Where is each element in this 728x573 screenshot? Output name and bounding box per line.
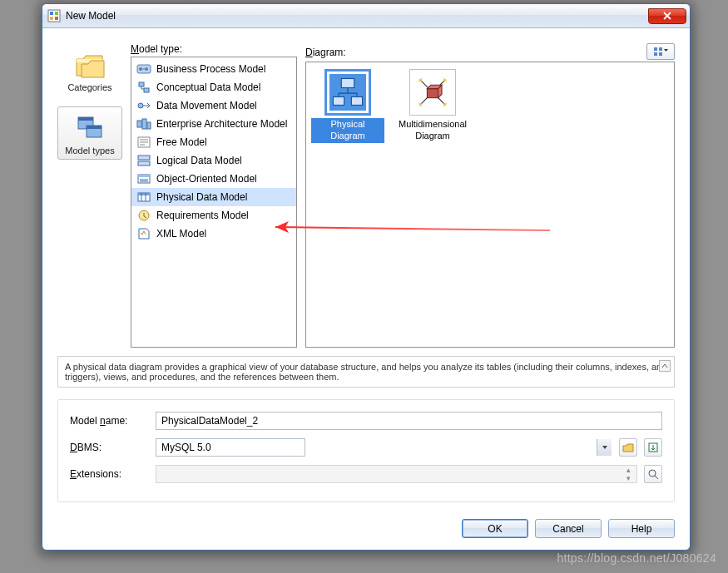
cancel-button[interactable]: Cancel [535, 519, 602, 538]
new-model-dialog: New Model [42, 3, 691, 551]
collapse-description-button[interactable] [659, 360, 671, 372]
model-type-text: Logical Data Model [156, 155, 242, 166]
chevron-down-icon[interactable] [597, 439, 612, 456]
model-type-item[interactable]: Requirements Model [131, 206, 296, 225]
svg-rect-1 [50, 12, 53, 15]
diagram-pane: Physical Diagram [305, 62, 675, 348]
models-icon [73, 112, 106, 144]
model-type-icon [136, 227, 151, 240]
svg-rect-15 [137, 121, 141, 127]
folder-icon [73, 49, 106, 81]
model-type-item[interactable]: Business Process Model [131, 60, 296, 78]
svg-rect-8 [87, 126, 102, 129]
model-type-item[interactable]: Physical Data Model [131, 188, 296, 206]
model-type-icon [136, 154, 151, 167]
model-type-text: Requirements Model [156, 210, 249, 221]
ok-button[interactable]: OK [462, 519, 528, 538]
model-name-input[interactable] [156, 412, 662, 430]
svg-rect-29 [659, 52, 662, 56]
help-button[interactable]: Help [608, 519, 675, 538]
svg-rect-2 [55, 12, 58, 15]
watermark: https://blog.csdn.net/J080624 [557, 551, 716, 565]
svg-point-10 [139, 67, 142, 71]
sidebar-item-categories[interactable]: Categories [57, 43, 122, 96]
svg-rect-28 [654, 52, 657, 56]
client-area: Categories Model types [42, 28, 690, 550]
title-bar[interactable]: New Model [42, 4, 690, 28]
svg-rect-22 [138, 175, 150, 177]
model-type-text: Free Model [156, 136, 207, 148]
svg-rect-27 [659, 47, 662, 51]
description-box: A physical data diagram provides a graph… [57, 356, 675, 388]
svg-rect-12 [139, 82, 144, 86]
extensions-field[interactable]: ▴▾ [156, 465, 637, 483]
svg-rect-20 [138, 161, 150, 165]
mode-sidebar: Categories Model types [57, 43, 122, 348]
model-type-item[interactable]: Logical Data Model [131, 151, 296, 170]
extensions-stepper[interactable]: ▴▾ [623, 466, 636, 482]
view-switch-button[interactable] [646, 43, 675, 60]
dbms-label: DBMS: [70, 442, 149, 453]
app-icon [47, 9, 61, 22]
extensions-label: Extensions: [70, 468, 149, 480]
window-title: New Model [66, 10, 116, 22]
form-panel: Model name: DBMS: [57, 399, 675, 502]
svg-rect-6 [78, 117, 93, 121]
sidebar-item-model-types[interactable]: Model types [57, 106, 122, 160]
close-button[interactable] [648, 8, 686, 24]
model-type-item[interactable]: Free Model [131, 133, 296, 151]
model-type-item[interactable]: Conceptual Data Model [131, 78, 296, 96]
svg-point-11 [145, 67, 148, 71]
model-type-text: Business Process Model [156, 63, 265, 75]
browse-dbms-button[interactable] [619, 438, 637, 457]
diagram-caption: Multidimensional Diagram [396, 118, 469, 143]
svg-rect-26 [654, 47, 657, 51]
dbms-select[interactable] [156, 438, 612, 457]
model-type-icon [136, 99, 151, 112]
diagram-item-multidimensional[interactable]: Multidimensional Diagram [396, 69, 469, 143]
multidimensional-diagram-icon [409, 69, 456, 116]
model-type-text: Data Movement Model [156, 100, 257, 111]
svg-rect-16 [142, 119, 146, 129]
import-dbms-button[interactable] [644, 438, 662, 457]
diagram-label: Diagram: [305, 47, 346, 58]
physical-diagram-icon [324, 69, 371, 116]
model-type-text: Physical Data Model [156, 191, 247, 203]
diagram-item-physical[interactable]: Physical Diagram [311, 69, 384, 143]
model-type-icon [136, 190, 151, 204]
description-text: A physical data diagram provides a graph… [65, 362, 666, 382]
svg-rect-32 [333, 97, 344, 106]
model-type-label: Model type: [131, 43, 297, 55]
model-type-item[interactable]: Object-Oriented Model [131, 170, 296, 188]
model-type-icon [136, 117, 151, 131]
model-type-icon [136, 172, 151, 185]
model-type-text: Conceptual Data Model [156, 82, 260, 93]
extensions-browse-button[interactable] [644, 465, 662, 483]
sidebar-label: Model types [60, 146, 120, 156]
model-type-item[interactable]: XML Model [131, 225, 296, 243]
model-type-text: XML Model [156, 228, 206, 240]
svg-rect-19 [138, 156, 150, 160]
model-type-icon [136, 136, 151, 149]
svg-point-14 [138, 103, 143, 108]
model-type-list[interactable]: Business Process ModelConceptual Data Mo… [131, 57, 296, 245]
svg-rect-31 [341, 79, 354, 88]
model-type-text: Object-Oriented Model [156, 173, 257, 185]
svg-rect-33 [351, 97, 362, 106]
svg-rect-24 [138, 193, 150, 195]
diagram-caption: Physical Diagram [311, 118, 384, 143]
model-name-label: Model name: [70, 415, 149, 427]
svg-rect-17 [147, 122, 151, 129]
model-type-pane: Business Process ModelConceptual Data Mo… [131, 57, 297, 348]
model-type-icon [136, 62, 151, 76]
svg-rect-13 [144, 88, 149, 92]
svg-rect-4 [55, 17, 58, 20]
model-type-item[interactable]: Enterprise Architecture Model [131, 115, 296, 133]
model-type-item[interactable]: Data Movement Model [131, 96, 296, 115]
model-type-text: Enterprise Architecture Model [156, 118, 287, 130]
model-type-icon [136, 81, 151, 94]
dbms-value[interactable] [156, 438, 305, 457]
dialog-buttons: OK Cancel Help [57, 519, 675, 538]
svg-rect-34 [427, 89, 438, 98]
model-type-icon [136, 209, 151, 222]
